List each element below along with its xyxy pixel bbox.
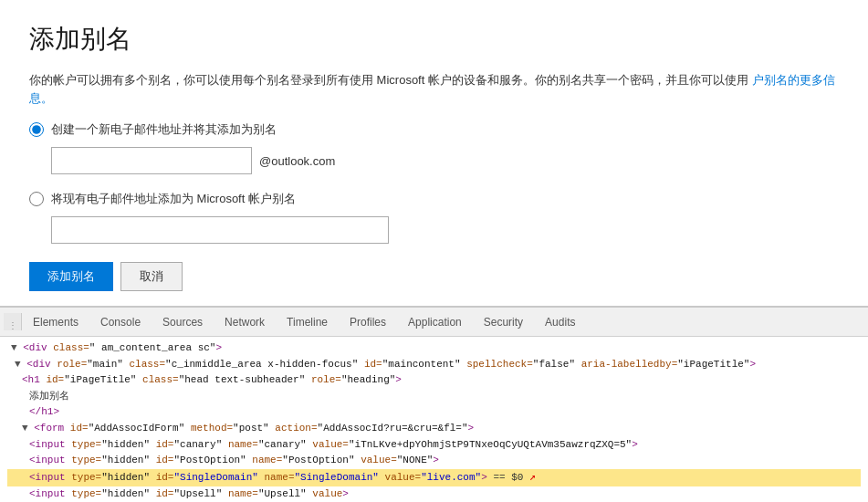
tab-timeline[interactable]: Timeline bbox=[276, 310, 339, 334]
code-line-8: <input type="hidden" id="PostOption" nam… bbox=[7, 453, 861, 469]
page-container: 添加别名 你的帐户可以拥有多个别名，你可以使用每个别名登录到所有使用 Micro… bbox=[0, 0, 868, 502]
button-row: 添加别名 取消 bbox=[29, 262, 839, 291]
tab-profiles[interactable]: Profiles bbox=[339, 310, 397, 334]
code-line-9: <input type="hidden" id="SingleDomain" n… bbox=[7, 469, 861, 486]
page-title: 添加别名 bbox=[29, 22, 839, 57]
existing-email-input[interactable] bbox=[51, 216, 389, 244]
code-line-1: ▼ <div class=" am_content_area sc"> bbox=[7, 340, 861, 357]
devtools-panel: ⋮ Elements Console Sources Network Timel… bbox=[0, 306, 868, 502]
add-alias-button[interactable]: 添加别名 bbox=[29, 262, 113, 291]
tab-security[interactable]: Security bbox=[473, 310, 534, 334]
radio-option-2-label[interactable]: 将现有电子邮件地址添加为 Microsoft 帐户别名 bbox=[29, 191, 839, 207]
radio-option-1-label[interactable]: 创建一个新电子邮件地址并将其添加为别名 bbox=[29, 121, 839, 138]
devtools-tabs: ⋮ Elements Console Sources Network Timel… bbox=[0, 308, 868, 337]
new-email-input[interactable] bbox=[51, 147, 252, 174]
devtools-content[interactable]: ▼ <div class=" am_content_area sc"> ▼ <d… bbox=[0, 337, 868, 502]
main-content: 添加别名 你的帐户可以拥有多个别名，你可以使用每个别名登录到所有使用 Micro… bbox=[0, 0, 868, 306]
code-line-4: 添加别名 bbox=[7, 389, 861, 405]
tab-application[interactable]: Application bbox=[397, 310, 473, 334]
code-line-10: <input type="hidden" id="Upsell" name="U… bbox=[7, 486, 861, 502]
code-line-7: <input type="hidden" id="canary" name="c… bbox=[7, 437, 861, 454]
new-email-input-row: @outlook.com bbox=[51, 147, 839, 174]
code-line-6: ▼ <form id="AddAssocIdForm" method="post… bbox=[7, 421, 861, 437]
code-line-2: ▼ <div role="main" class="c_inmiddle_are… bbox=[7, 357, 861, 373]
code-line-5: </h1> bbox=[7, 404, 861, 421]
code-line-3: <h1 id="iPageTitle" class="head text-sub… bbox=[7, 372, 861, 389]
radio-existing-email[interactable] bbox=[29, 192, 44, 206]
description-text: 你的帐户可以拥有多个别名，你可以使用每个别名登录到所有使用 Microsoft … bbox=[29, 71, 839, 107]
tab-network[interactable]: Network bbox=[214, 310, 276, 334]
domain-label: @outlook.com bbox=[259, 154, 335, 168]
devtools-sidebar-toggle[interactable]: ⋮ bbox=[4, 313, 22, 330]
form-section: 创建一个新电子邮件地址并将其添加为别名 @outlook.com 将现有电子邮件… bbox=[29, 121, 839, 291]
radio-new-email[interactable] bbox=[29, 122, 44, 137]
tab-console[interactable]: Console bbox=[89, 310, 152, 334]
tab-sources[interactable]: Sources bbox=[152, 310, 214, 334]
tab-elements[interactable]: Elements bbox=[22, 310, 89, 334]
cancel-button[interactable]: 取消 bbox=[120, 262, 183, 291]
tab-audits[interactable]: Audits bbox=[534, 310, 586, 334]
